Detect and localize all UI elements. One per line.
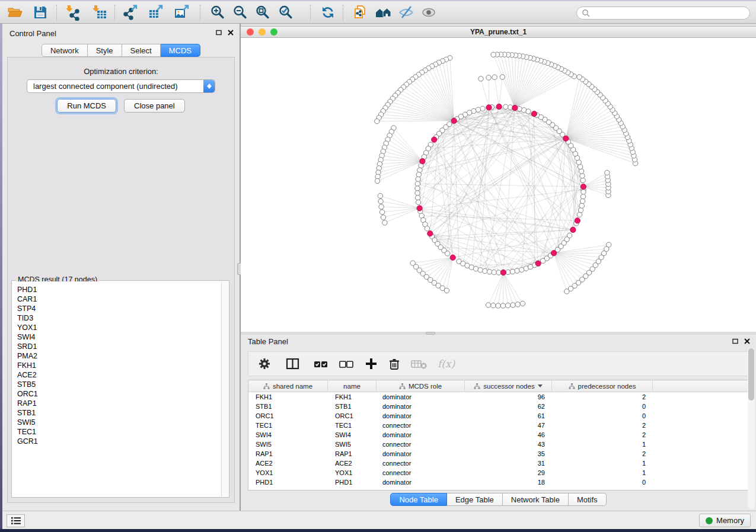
mcds-result-item[interactable]: SWI5	[17, 418, 221, 427]
network-node[interactable]	[379, 204, 384, 209]
network-node[interactable]	[605, 170, 610, 175]
network-node[interactable]	[487, 270, 492, 274]
mcds-list-scrollbar[interactable]	[221, 281, 228, 496]
network-node[interactable]	[378, 193, 382, 198]
network-node[interactable]	[479, 76, 483, 81]
tab-style[interactable]: Style	[88, 44, 122, 57]
float-panel-icon[interactable]	[732, 338, 738, 344]
tab-network-table[interactable]: Network Table	[503, 493, 569, 506]
network-node[interactable]	[580, 194, 585, 199]
export-table-icon[interactable]	[148, 4, 164, 21]
network-node[interactable]	[496, 303, 500, 308]
mcds-hub-node[interactable]	[450, 255, 455, 260]
network-node[interactable]	[416, 177, 420, 181]
mcds-result-item[interactable]: SWI4	[17, 332, 221, 342]
deselect-all-icon[interactable]	[339, 357, 355, 370]
network-node[interactable]	[579, 169, 583, 174]
column-header-successor-nodes[interactable]: successor nodes	[465, 380, 552, 392]
mcds-hub-node[interactable]	[580, 184, 586, 190]
network-node[interactable]	[503, 104, 508, 109]
search-input[interactable]	[590, 9, 745, 17]
mcds-hub-node[interactable]	[428, 231, 433, 236]
network-node[interactable]	[486, 75, 491, 80]
export-image-icon[interactable]	[174, 4, 190, 21]
column-header-name[interactable]: name	[328, 380, 377, 392]
mcds-hub-node[interactable]	[432, 137, 437, 142]
first-neighbors-icon[interactable]	[375, 4, 392, 21]
tab-select[interactable]: Select	[122, 44, 161, 57]
table-row[interactable]: PHD1PHD1dominator180	[248, 477, 748, 487]
table-row[interactable]: ACE2ACE2connector311	[248, 459, 748, 468]
mcds-hub-node[interactable]	[563, 136, 569, 141]
mcds-hub-node[interactable]	[512, 105, 518, 111]
split-view-icon[interactable]	[286, 357, 300, 370]
network-node[interactable]	[492, 270, 496, 274]
network-canvas[interactable]	[241, 38, 756, 332]
mcds-hub-node[interactable]	[551, 251, 556, 256]
mcds-hub-node[interactable]	[496, 104, 502, 109]
network-node[interactable]	[515, 268, 519, 273]
task-history-button[interactable]	[7, 514, 25, 527]
network-node[interactable]	[607, 242, 611, 247]
network-node[interactable]	[445, 251, 450, 256]
column-header-shared-name[interactable]: shared name	[248, 380, 328, 392]
mcds-hub-node[interactable]	[451, 118, 457, 123]
mcds-hub-node[interactable]	[575, 218, 580, 223]
mcds-result-item[interactable]: TEC1	[17, 427, 221, 437]
memory-button[interactable]: Memory	[699, 514, 751, 527]
mcds-result-item[interactable]: FKH1	[17, 361, 221, 370]
tab-mcds[interactable]: MCDS	[161, 44, 200, 57]
refresh-icon[interactable]	[320, 4, 336, 21]
duplicate-network-icon[interactable]	[352, 4, 369, 21]
mcds-result-item[interactable]: STB5	[17, 380, 221, 389]
export-network-icon[interactable]	[122, 4, 139, 21]
import-table-icon[interactable]	[91, 4, 107, 21]
network-node[interactable]	[375, 178, 379, 183]
mcds-hub-node[interactable]	[531, 111, 537, 117]
network-node[interactable]	[416, 196, 420, 200]
table-row[interactable]: YOX1YOX1connector291	[248, 468, 748, 477]
tab-motifs[interactable]: Motifs	[569, 493, 607, 506]
network-node[interactable]	[580, 174, 585, 178]
table-row[interactable]: RAP1RAP1dominator352	[248, 449, 748, 459]
network-node[interactable]	[491, 52, 496, 57]
tab-node-table[interactable]: Node Table	[390, 493, 447, 506]
mcds-result-item[interactable]: ORC1	[17, 389, 221, 399]
select-all-icon[interactable]	[314, 357, 329, 370]
table-row[interactable]: STB1STB1dominator620	[248, 402, 748, 411]
network-node[interactable]	[520, 301, 525, 306]
mcds-result-item[interactable]: STB1	[17, 408, 221, 418]
network-node[interactable]	[500, 303, 505, 308]
mcds-hub-node[interactable]	[420, 159, 425, 164]
network-node[interactable]	[577, 75, 582, 79]
mcds-result-item[interactable]: TID3	[17, 313, 221, 323]
network-node[interactable]	[444, 288, 449, 293]
network-node[interactable]	[578, 208, 583, 213]
delete-column-icon[interactable]	[388, 357, 401, 370]
mcds-hub-node[interactable]	[570, 227, 576, 232]
column-header-predecessor-nodes[interactable]: predecessor nodes	[552, 380, 653, 392]
show-all-icon[interactable]	[420, 4, 437, 21]
close-panel-button[interactable]: Close panel	[124, 99, 185, 113]
tab-network[interactable]: Network	[42, 44, 88, 57]
mcds-result-item[interactable]: GCR1	[17, 437, 221, 446]
table-row[interactable]: SWI4SWI4dominator462	[248, 430, 748, 440]
network-node[interactable]	[416, 200, 420, 204]
save-icon[interactable]	[32, 4, 49, 21]
network-node[interactable]	[416, 172, 421, 177]
open-file-icon[interactable]	[7, 4, 23, 21]
network-node[interactable]	[511, 303, 515, 307]
float-panel-icon[interactable]	[216, 30, 222, 36]
network-node[interactable]	[415, 186, 420, 191]
network-node[interactable]	[375, 118, 379, 123]
mcds-result-item[interactable]: YOX1	[17, 323, 221, 332]
mcds-result-item[interactable]: PHD1	[17, 285, 221, 294]
network-node[interactable]	[382, 220, 387, 225]
mcds-result-item[interactable]: CAR1	[17, 294, 221, 304]
tab-edge-table[interactable]: Edge Table	[447, 493, 503, 506]
zoom-fit-icon[interactable]	[254, 4, 271, 21]
network-node[interactable]	[478, 268, 483, 273]
mcds-result-list[interactable]: PHD1CAR1STP4TID3YOX1SWI4SRD1PMA2FKH1ACE2…	[12, 281, 221, 496]
close-panel-icon[interactable]	[228, 30, 234, 36]
network-node[interactable]	[491, 303, 496, 307]
